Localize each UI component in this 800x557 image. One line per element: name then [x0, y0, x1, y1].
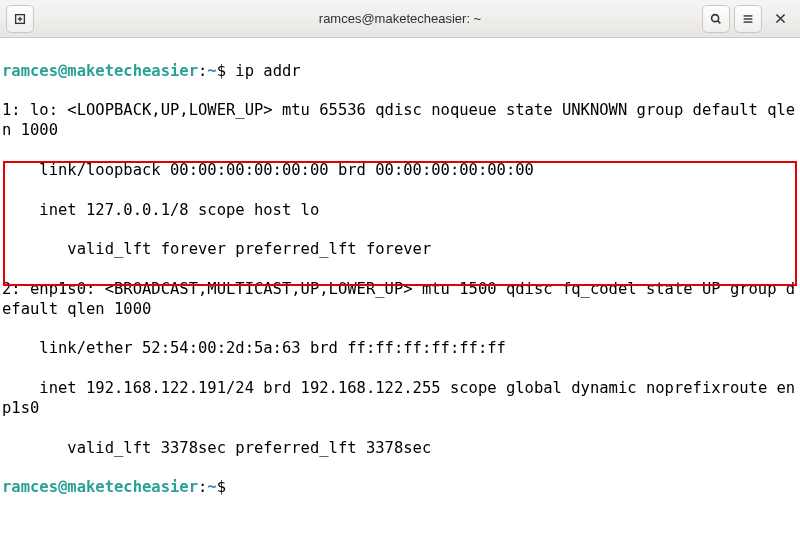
output-line: 1: lo: <LOOPBACK,UP,LOWER_UP> mtu 65536 …: [2, 101, 798, 141]
window-titlebar: ramces@maketecheasier: ~: [0, 0, 800, 38]
titlebar-left-group: [6, 5, 34, 33]
output-line: link/ether 52:54:00:2d:5a:63 brd ff:ff:f…: [2, 339, 798, 359]
command-text: ip addr: [235, 62, 300, 80]
hamburger-icon: [741, 12, 755, 26]
titlebar-right-group: [702, 5, 794, 33]
prompt-dollar: $: [217, 478, 226, 496]
svg-line-4: [718, 20, 721, 23]
terminal-body[interactable]: ramces@maketecheasier:~$ ip addr 1: lo: …: [0, 38, 800, 557]
output-line: inet 127.0.0.1/8 scope host lo: [2, 201, 798, 221]
prompt-sep: :: [198, 478, 207, 496]
prompt-dollar: $: [217, 62, 226, 80]
close-button[interactable]: [766, 5, 794, 33]
output-line: valid_lft 3378sec preferred_lft 3378sec: [2, 439, 798, 459]
window-title: ramces@maketecheasier: ~: [319, 11, 481, 26]
prompt-userhost: ramces@maketecheasier: [2, 478, 198, 496]
close-icon: [774, 12, 787, 25]
output-line: link/loopback 00:00:00:00:00:00 brd 00:0…: [2, 161, 798, 181]
prompt-path: ~: [207, 478, 216, 496]
prompt-sep: :: [198, 62, 207, 80]
output-line: valid_lft forever preferred_lft forever: [2, 240, 798, 260]
search-button[interactable]: [702, 5, 730, 33]
svg-point-3: [712, 14, 719, 21]
prompt-line-1: ramces@maketecheasier:~$ ip addr: [2, 62, 798, 82]
search-icon: [709, 12, 723, 26]
output-line: inet 192.168.122.191/24 brd 192.168.122.…: [2, 379, 798, 419]
prompt-userhost: ramces@maketecheasier: [2, 62, 198, 80]
new-tab-button[interactable]: [6, 5, 34, 33]
prompt-path: ~: [207, 62, 216, 80]
output-line: 2: enp1s0: <BROADCAST,MULTICAST,UP,LOWER…: [2, 280, 798, 320]
prompt-line-2: ramces@maketecheasier:~$: [2, 478, 798, 498]
menu-button[interactable]: [734, 5, 762, 33]
new-tab-icon: [13, 12, 27, 26]
